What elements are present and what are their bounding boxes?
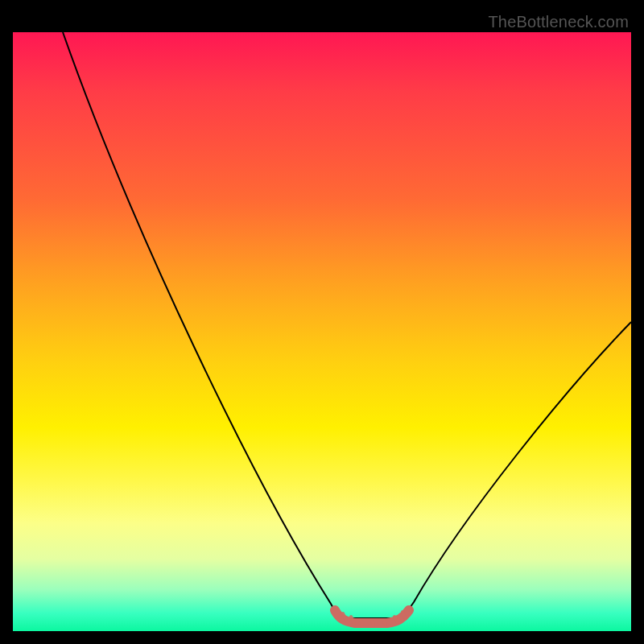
watermark-text: TheBottleneck.com <box>488 13 629 31</box>
bottleneck-curve <box>13 32 631 631</box>
chart-frame: TheBottleneck.com <box>13 13 631 631</box>
plot-area <box>13 32 631 631</box>
curve-line <box>63 32 631 618</box>
